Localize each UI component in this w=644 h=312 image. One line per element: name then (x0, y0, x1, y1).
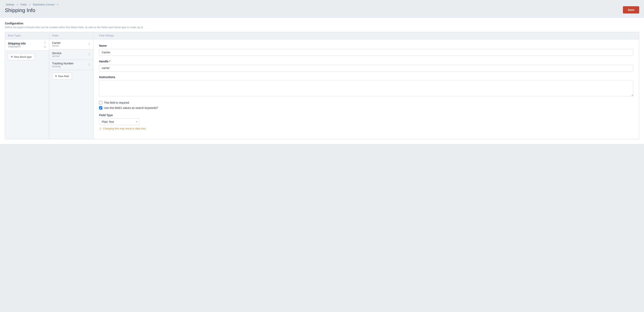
name-input[interactable] (99, 49, 633, 56)
block-types-column: Block Types Shipping Info shippingInfo ⠿… (5, 32, 49, 139)
columns-wrapper: Block Types Shipping Info shippingInfo ⠿… (5, 32, 639, 139)
breadcrumb-sep-3: > (57, 3, 58, 6)
block-type-handle: shippingInfo (8, 45, 26, 48)
field-settings-title: Field Settings (94, 32, 639, 39)
required-checkbox[interactable] (99, 101, 102, 104)
field-name-carrier: Carrier (52, 41, 61, 45)
block-type-info: Shipping Info shippingInfo (8, 42, 26, 48)
warning-text: ⚠ Changing this may result in data loss. (99, 127, 633, 130)
field-type-select-wrap: Plain Text Rich Text Number Dropdown Che… (99, 118, 139, 125)
fields-header: Fields (49, 32, 93, 39)
search-keywords-checkbox-label[interactable]: Use this field's values as search keywor… (99, 106, 633, 109)
field-type-form-group: Field Type Plain Text Rich Text Number D… (99, 113, 633, 130)
warning-message: Changing this may result in data loss. (103, 127, 146, 130)
field-item-tracking[interactable]: Tracking Number tracking ⠿ (49, 60, 93, 70)
required-checkbox-text: This field is required (104, 101, 129, 104)
instructions-textarea[interactable] (99, 80, 633, 96)
breadcrumb: Settings > Fields > ShipStation Connect … (5, 3, 59, 6)
field-drag-icon-tracking[interactable]: ⠿ (88, 63, 90, 67)
warning-icon: ⚠ (99, 127, 102, 130)
field-handle-tracking: tracking (52, 65, 74, 68)
plus-icon-field: + (55, 74, 57, 78)
header-left: Settings > Fields > ShipStation Connect … (5, 3, 59, 14)
block-types-header: Block Types (5, 32, 49, 39)
field-info-service: Service service (52, 52, 62, 58)
field-info-tracking: Tracking Number tracking (52, 62, 74, 68)
block-type-icons: ⠿ ⚙ (44, 41, 46, 49)
new-block-type-button[interactable]: + New block type (8, 53, 35, 60)
handle-input[interactable] (99, 65, 633, 71)
instructions-label: Instructions (99, 75, 633, 79)
fields-column: Fields Carrier carrier ⠿ Service service… (49, 32, 94, 139)
search-keywords-checkbox-text: Use this field's values as search keywor… (104, 106, 158, 109)
section-title: Configuration (5, 22, 639, 25)
field-settings-column: Field Settings Name Handle* Instructions (94, 32, 639, 139)
field-info-carrier: Carrier carrier (52, 41, 61, 47)
field-item-service[interactable]: Service service ⠿ (49, 50, 93, 60)
field-type-label: Field Type (99, 113, 633, 117)
block-type-move-icon[interactable]: ⠿ (44, 41, 46, 45)
block-type-gear-icon[interactable]: ⚙ (44, 45, 46, 49)
handle-form-group: Handle* (99, 60, 633, 71)
new-block-type-label: New block type (14, 55, 32, 58)
field-type-select[interactable]: Plain Text Rich Text Number Dropdown Che… (99, 118, 139, 125)
new-field-button[interactable]: + New field (52, 72, 72, 80)
required-checkbox-label[interactable]: This field is required (99, 101, 633, 104)
page-header: Settings > Fields > ShipStation Connect … (0, 0, 644, 18)
instructions-form-group: Instructions (99, 75, 633, 97)
field-name-tracking: Tracking Number (52, 62, 74, 65)
checkbox-group: This field is required Use this field's … (99, 101, 633, 109)
field-name-service: Service (52, 52, 62, 55)
new-field-label: New field (58, 75, 69, 78)
block-type-name: Shipping Info (8, 42, 26, 45)
breadcrumb-fields[interactable]: Fields (20, 3, 27, 6)
name-label: Name (99, 44, 633, 47)
block-type-item[interactable]: Shipping Info shippingInfo ⠿ ⚙ (5, 39, 49, 51)
main-content: Configuration Define the types of blocks… (0, 18, 644, 144)
field-drag-icon-carrier[interactable]: ⠿ (88, 43, 90, 46)
handle-label: Handle* (99, 60, 633, 63)
section-description: Define the types of blocks that can be c… (5, 26, 639, 29)
field-handle-carrier: carrier (52, 45, 61, 47)
field-drag-icon-service[interactable]: ⠿ (88, 53, 90, 57)
plus-icon: + (11, 55, 13, 59)
breadcrumb-sep-2: > (29, 3, 31, 6)
breadcrumb-sep-1: > (17, 3, 19, 6)
breadcrumb-shipstation[interactable]: ShipStation Connect (33, 3, 55, 6)
page-title: Shipping Info (5, 7, 59, 14)
search-keywords-checkbox[interactable] (99, 106, 102, 109)
field-handle-service: service (52, 55, 62, 58)
save-button[interactable]: Save (623, 6, 639, 14)
field-item-carrier[interactable]: Carrier carrier ⠿ (49, 39, 93, 50)
name-form-group: Name (99, 44, 633, 56)
breadcrumb-settings[interactable]: Settings (6, 3, 14, 6)
